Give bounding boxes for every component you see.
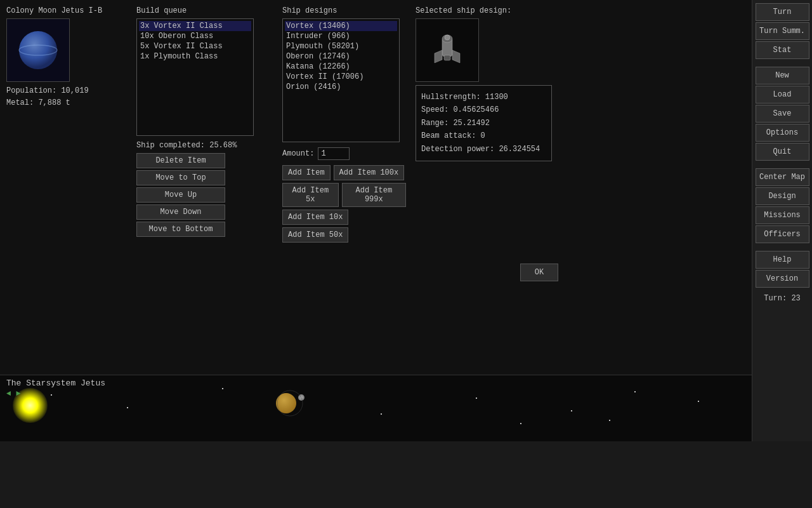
build-queue-item[interactable]: 10x Oberon Class [139,31,251,41]
officers-button[interactable]: Officers [756,225,809,243]
hullstrength-stat: Hullstrength: 11300 [421,91,546,104]
add-item-100x-button[interactable]: Add Item 100x [334,165,405,180]
amount-row: Amount: [282,147,406,160]
beam-attack-stat: Beam attack: 0 [421,130,546,142]
amount-label: Amount: [282,149,314,158]
colony-info: Colony Moon Jetus I-B Population: 10,019… [6,6,127,109]
ship-stats: Hullstrength: 11300 Speed: 0.45625466 Ra… [416,85,552,161]
sidebar: Turn Turn Summ. Stat New Load Save Optio… [752,0,812,441]
svg-point-0 [19,31,57,69]
ship-design-item[interactable]: Vortex (13406) [285,21,397,31]
colony-stats: Population: 10,019 Metal: 7,888 t [6,85,127,109]
detection-power-stat: Detection power: 26.324554 [421,143,546,156]
version-button[interactable]: Version [756,270,809,288]
svg-point-7 [445,35,450,40]
ship-design-item[interactable]: Plymouth (58201) [285,41,397,51]
ship-design-item[interactable]: Vortex II (17006) [285,72,397,82]
move-up-button[interactable]: Move Up [136,187,225,203]
move-to-bottom-button[interactable]: Move to Bottom [136,222,225,237]
build-queue-list[interactable]: 3x Vortex II Class10x Oberon Class5x Vor… [136,18,254,136]
planet-jetus[interactable] [276,393,296,413]
ship-designs-list[interactable]: Vortex (13406)Intruder (966)Plymouth (58… [282,18,400,142]
add-item-5x-button[interactable]: Add Item 5x [282,183,339,207]
space-view [0,375,752,441]
svg-marker-5 [452,50,460,63]
design-button[interactable]: Design [756,187,809,205]
colony-image [6,18,70,82]
metal-stat: Metal: 7,888 t [6,97,127,109]
delete-item-button[interactable]: Delete Item [136,153,225,168]
ship-designs-section: Ship designs Vortex (13406)Intruder (966… [282,6,406,245]
save-button[interactable]: Save [756,105,809,123]
ship-completed: Ship completed: 25.68% [136,141,260,150]
population-stat: Population: 10,019 [6,85,127,97]
ship-design-item[interactable]: Intruder (966) [285,31,397,41]
svg-marker-4 [435,50,442,63]
load-button[interactable]: Load [756,86,809,104]
add-btn-row-3: Add Item 10x [282,210,406,225]
bottom-bar: The Starsystem Jetus ◄ ► [0,375,752,441]
move-down-button[interactable]: Move Down [136,204,225,220]
add-btn-row-2: Add Item 5x Add Item 999x [282,183,406,207]
new-button[interactable]: New [756,67,809,84]
selected-design-title: Selected ship design: [416,6,555,15]
center-map-button[interactable]: Center Map [756,168,809,186]
help-button[interactable]: Help [756,251,809,269]
ship-designs-title: Ship designs [282,6,406,15]
quit-button[interactable]: Quit [756,143,809,161]
missions-button[interactable]: Missions [756,206,809,224]
ship-design-item[interactable]: Oberon (12746) [285,51,397,62]
svg-rect-6 [444,55,450,60]
speed-stat: Speed: 0.45625466 [421,104,546,116]
system-title: The Starsystem Jetus [6,378,105,388]
stat-button[interactable]: Stat [756,41,809,59]
add-btn-row-1: Add Item Add Item 100x [282,165,406,180]
turn-button[interactable]: Turn [756,3,809,21]
nav-arrows: ◄ ► [6,389,20,398]
add-item-button[interactable]: Add Item [282,165,331,180]
build-queue-item[interactable]: 3x Vortex II Class [139,21,251,31]
colony-title: Colony Moon Jetus I-B [6,6,127,15]
range-stat: Range: 25.21492 [421,117,546,130]
nav-right-arrow[interactable]: ► [16,389,20,398]
build-queue-item[interactable]: 1x Plymouth Class [139,51,251,62]
moon-body [298,394,304,401]
ship-preview [416,18,479,82]
main-area: Colony Moon Jetus I-B Population: 10,019… [0,0,752,441]
ship-design-item[interactable]: Katana (12266) [285,62,397,72]
nav-left-arrow[interactable]: ◄ [6,389,11,398]
ship-design-item[interactable]: Orion (2416) [285,82,397,92]
amount-input[interactable] [318,147,350,160]
build-queue-section: Build queue 3x Vortex II Class10x Oberon… [136,6,260,239]
selected-design-section: Selected ship design: [416,6,555,161]
add-item-50x-button[interactable]: Add Item 50x [282,227,348,243]
move-to-top-button[interactable]: Move to Top [136,170,225,185]
options-button[interactable]: Options [756,124,809,142]
ok-button[interactable]: OK [520,264,558,281]
turn-summ-button[interactable]: Turn Summ. [756,22,809,40]
build-queue-title: Build queue [136,6,260,15]
add-item-999x-button[interactable]: Add Item 999x [342,183,406,207]
build-queue-item[interactable]: 5x Vortex II Class [139,41,251,51]
add-item-10x-button[interactable]: Add Item 10x [282,210,348,225]
turn-display: Turn: 23 [764,294,801,303]
orbit-lines [0,375,752,441]
add-btn-row-4: Add Item 50x [282,227,406,243]
